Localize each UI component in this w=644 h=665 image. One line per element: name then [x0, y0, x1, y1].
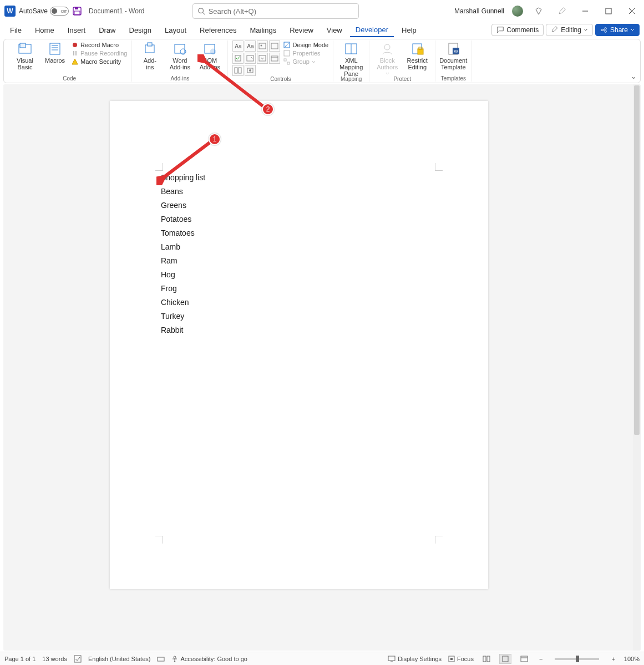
- tab-design[interactable]: Design: [124, 24, 157, 37]
- text-line[interactable]: Shopping list: [161, 171, 205, 185]
- combobox-control-button[interactable]: [245, 53, 256, 64]
- ribbon-collapse-button[interactable]: ⌄: [631, 72, 637, 80]
- tab-help[interactable]: Help: [396, 24, 422, 37]
- text-line[interactable]: Beans: [161, 185, 205, 199]
- focus-button[interactable]: Focus: [448, 656, 474, 662]
- page[interactable]: Shopping list Beans Greens Potatoes Toma…: [110, 101, 488, 589]
- repeating-section-control-button[interactable]: [232, 65, 244, 76]
- web-layout-button[interactable]: [518, 654, 530, 664]
- status-predictions-icon[interactable]: [157, 655, 165, 663]
- editing-button[interactable]: Editing: [546, 24, 593, 36]
- scrollbar-thumb[interactable]: [634, 85, 640, 435]
- tab-file[interactable]: File: [4, 24, 27, 37]
- design-mode-button[interactable]: Design Mode: [283, 42, 328, 48]
- text-line[interactable]: Hog: [161, 268, 205, 282]
- warning-icon: [72, 58, 78, 65]
- tab-view[interactable]: View: [321, 24, 348, 37]
- com-addins-button[interactable]: COM Add-ins: [196, 40, 223, 70]
- svg-rect-51: [74, 656, 81, 662]
- share-button[interactable]: Share: [595, 24, 640, 36]
- pen-icon[interactable]: [554, 3, 570, 19]
- svg-rect-24: [259, 43, 266, 49]
- zoom-in-button[interactable]: +: [609, 656, 617, 662]
- document-content[interactable]: Shopping list Beans Greens Potatoes Toma…: [161, 171, 205, 337]
- text-line[interactable]: Ram: [161, 254, 205, 268]
- text-line[interactable]: Tomatoes: [161, 226, 205, 240]
- zoom-out-button[interactable]: −: [537, 656, 545, 662]
- save-icon[interactable]: [72, 6, 82, 16]
- tab-home[interactable]: Home: [29, 24, 60, 37]
- tab-references[interactable]: References: [194, 24, 242, 37]
- status-accessibility[interactable]: Accessibility: Good to go: [171, 656, 247, 662]
- read-mode-button[interactable]: [480, 654, 493, 664]
- print-layout-button[interactable]: [499, 654, 511, 664]
- addins-button[interactable]: Add- ins: [136, 40, 163, 70]
- building-block-control-button[interactable]: [269, 40, 280, 52]
- user-avatar[interactable]: [512, 6, 523, 17]
- status-spellcheck-icon[interactable]: [74, 655, 82, 663]
- document-template-button[interactable]: WDocument Template: [440, 40, 466, 70]
- group-label-mapping: Mapping: [341, 76, 362, 82]
- legacy-tools-button[interactable]: [245, 65, 256, 76]
- text-line[interactable]: Lamb: [161, 240, 205, 254]
- svg-rect-19: [148, 43, 152, 46]
- autosave-switch[interactable]: Off: [50, 7, 69, 16]
- properties-icon: [283, 50, 290, 57]
- minimize-button[interactable]: [577, 3, 593, 19]
- autosave-toggle[interactable]: AutoSave Off: [19, 7, 69, 16]
- document-canvas[interactable]: Shopping list Beans Greens Potatoes Toma…: [3, 84, 641, 651]
- status-words[interactable]: 13 words: [42, 656, 67, 662]
- svg-rect-11: [50, 43, 60, 54]
- status-page[interactable]: Page 1 of 1: [4, 656, 36, 662]
- macros-button[interactable]: Macros: [42, 40, 68, 64]
- record-macro-button[interactable]: Record Macro: [72, 42, 127, 48]
- maximize-button[interactable]: [601, 3, 616, 19]
- text-line[interactable]: Turkey: [161, 309, 205, 323]
- display-settings-button[interactable]: Display Settings: [388, 656, 442, 662]
- rich-text-control-button[interactable]: Aa: [232, 40, 244, 52]
- tab-draw[interactable]: Draw: [93, 24, 121, 37]
- margin-marker: [155, 536, 163, 544]
- tab-mailings[interactable]: Mailings: [245, 24, 282, 37]
- status-language[interactable]: English (United States): [88, 656, 151, 662]
- annotation-badge-1: 1: [209, 133, 221, 145]
- close-button[interactable]: [624, 3, 640, 19]
- group-protect: Block Authors Restrict Editing Protect: [369, 40, 435, 82]
- svg-rect-29: [259, 55, 266, 61]
- picture-control-button[interactable]: [257, 40, 268, 52]
- diamond-icon[interactable]: [531, 3, 546, 19]
- svg-point-42: [384, 44, 390, 50]
- date-picker-control-button[interactable]: [269, 53, 280, 64]
- tab-insert[interactable]: Insert: [62, 24, 92, 37]
- svg-rect-16: [73, 51, 74, 55]
- text-line[interactable]: Rabbit: [161, 323, 205, 337]
- group-label-controls: Controls: [270, 76, 291, 82]
- xml-mapping-button[interactable]: XML Mapping Pane: [338, 40, 364, 77]
- word-addins-button[interactable]: Word Add-ins: [166, 40, 193, 70]
- group-controls: Aa Aa Design Mode Properties Group Contr…: [228, 40, 333, 82]
- zoom-slider-thumb[interactable]: [576, 656, 579, 662]
- tab-layout[interactable]: Layout: [159, 24, 192, 37]
- visual-basic-button[interactable]: Visual Basic: [12, 40, 38, 70]
- text-line[interactable]: Greens: [161, 199, 205, 212]
- tab-review[interactable]: Review: [284, 24, 319, 37]
- restrict-editing-button[interactable]: Restrict Editing: [404, 40, 430, 70]
- zoom-level[interactable]: 100%: [624, 656, 640, 662]
- search-box[interactable]: Search (Alt+Q): [192, 3, 359, 19]
- text-line[interactable]: Chicken: [161, 296, 205, 309]
- dropdown-control-button[interactable]: [257, 53, 268, 64]
- vertical-scrollbar[interactable]: [633, 84, 641, 651]
- zoom-slider[interactable]: [555, 658, 599, 660]
- document-title: Document1 - Word: [89, 7, 144, 15]
- tab-developer[interactable]: Developer: [350, 23, 394, 37]
- svg-rect-38: [284, 59, 286, 61]
- comments-button[interactable]: Comments: [491, 24, 544, 36]
- user-name[interactable]: Marshall Gunnell: [454, 7, 504, 15]
- svg-rect-32: [235, 68, 237, 73]
- plain-text-control-button[interactable]: Aa: [245, 40, 256, 52]
- text-line[interactable]: Frog: [161, 282, 205, 296]
- text-line[interactable]: Potatoes: [161, 212, 205, 226]
- svg-rect-26: [271, 43, 278, 49]
- macro-security-button[interactable]: Macro Security: [72, 58, 127, 65]
- checkbox-control-button[interactable]: [232, 53, 244, 64]
